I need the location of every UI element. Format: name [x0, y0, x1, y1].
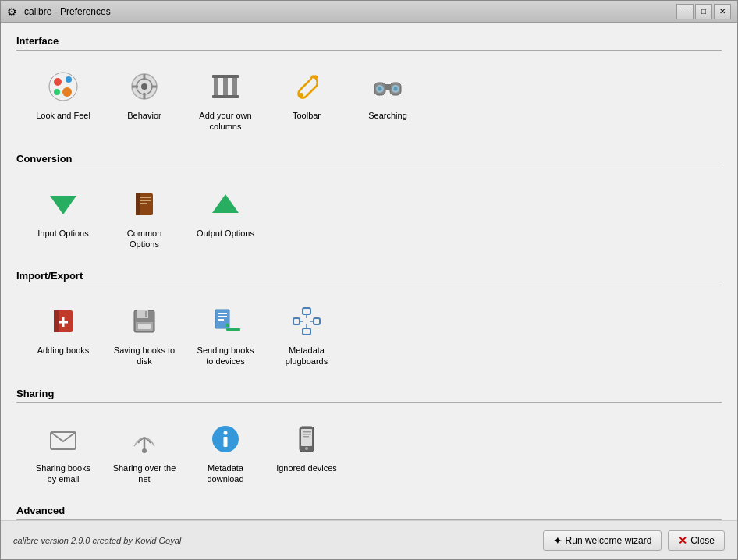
common-options-label: Common Options [112, 228, 177, 250]
svg-rect-40 [138, 324, 151, 329]
import-export-items: Adding books Saving books to disk [16, 295, 722, 374]
svg-marker-25 [50, 196, 76, 214]
svg-rect-29 [140, 200, 151, 201]
advanced-section-title: Advanced [16, 505, 722, 516]
sending-books-icon [207, 303, 244, 340]
svg-rect-11 [151, 86, 157, 88]
maximize-button[interactable]: □ [695, 4, 712, 19]
svg-rect-44 [218, 319, 224, 321]
look-feel-icon [44, 68, 82, 105]
svg-rect-20 [385, 84, 391, 90]
svg-rect-50 [314, 318, 320, 324]
pref-sharing-net[interactable]: Sharing over the net [105, 413, 183, 491]
sharing-net-label: Sharing over the net [112, 463, 177, 485]
adding-books-label: Adding books [37, 345, 90, 356]
svg-point-1 [54, 78, 62, 86]
svg-rect-60 [224, 437, 228, 447]
pref-ignored-devices[interactable]: Ignored devices [268, 413, 346, 491]
conversion-items: Input Options Common Options [16, 178, 722, 257]
svg-point-0 [49, 73, 77, 101]
conversion-section: Conversion Input Options [16, 153, 722, 257]
ignored-devices-label: Ignored devices [276, 463, 337, 473]
svg-point-2 [66, 76, 72, 83]
sharing-section-title: Sharing [16, 388, 722, 399]
close-button[interactable]: ✕ [714, 4, 731, 19]
svg-point-59 [224, 431, 228, 434]
run-wizard-button[interactable]: ✦ Run welcome wizard [543, 530, 662, 551]
app-icon: ⚙ [7, 5, 20, 18]
svg-rect-12 [214, 76, 218, 97]
common-options-icon [126, 186, 163, 223]
sharing-net-icon [126, 420, 163, 458]
toolbar-icon [288, 68, 325, 105]
svg-rect-65 [303, 434, 311, 435]
svg-rect-48 [303, 328, 310, 335]
interface-section: Interface Look and Feel [16, 35, 722, 139]
pref-metadata-download[interactable]: Metadata download [186, 413, 264, 491]
pref-adding-books[interactable]: Adding books [24, 295, 102, 374]
svg-marker-31 [212, 194, 239, 213]
pref-searching[interactable]: Searching [349, 60, 427, 139]
output-options-icon [207, 186, 244, 223]
sharing-email-icon [44, 420, 82, 458]
toolbar-label: Toolbar [293, 110, 321, 121]
svg-rect-47 [303, 308, 310, 314]
pref-metadata-plugboards[interactable]: Metadata plugboards [268, 295, 346, 374]
behavior-icon [126, 68, 163, 105]
svg-rect-64 [303, 431, 311, 433]
look-feel-label: Look and Feel [36, 110, 90, 121]
pref-sharing-email[interactable]: Sharing books by email [24, 413, 102, 491]
adding-books-icon [44, 303, 82, 340]
svg-rect-8 [144, 74, 146, 80]
close-button-footer[interactable]: ✕ Close [668, 530, 725, 551]
input-options-icon [44, 186, 82, 223]
output-options-label: Output Options [197, 228, 254, 239]
minimize-button[interactable]: — [676, 4, 694, 19]
svg-point-63 [305, 447, 308, 450]
svg-rect-27 [136, 193, 140, 215]
svg-rect-14 [232, 76, 237, 97]
svg-rect-28 [140, 197, 151, 198]
svg-rect-42 [218, 313, 227, 314]
svg-point-4 [54, 89, 60, 95]
metadata-plugboards-icon [288, 303, 325, 340]
searching-label: Searching [368, 110, 407, 121]
pref-add-columns[interactable]: Add your own columns [186, 60, 264, 139]
saving-books-icon [126, 303, 163, 340]
sharing-section: Sharing Sharing books by email [16, 388, 722, 491]
pref-look-and-feel[interactable]: Look and Feel [24, 60, 102, 139]
pref-input-options[interactable]: Input Options [24, 178, 102, 257]
pref-output-options[interactable]: Output Options [186, 178, 264, 257]
svg-rect-10 [132, 86, 138, 88]
metadata-plugboards-label: Metadata plugboards [274, 345, 339, 367]
star-icon: ✦ [553, 534, 562, 547]
pref-saving-books-to-disk[interactable]: Saving books to disk [105, 295, 183, 374]
sharing-items: Sharing books by email Sharing over the … [16, 413, 722, 491]
metadata-download-icon [207, 420, 244, 458]
pref-behavior[interactable]: Behavior [105, 60, 183, 139]
svg-point-17 [299, 93, 303, 97]
footer: calibre version 2.9.0 created by Kovid G… [1, 520, 737, 559]
metadata-download-label: Metadata download [193, 463, 258, 485]
advanced-section: Advanced Plugins [16, 505, 722, 520]
interface-divider [16, 50, 722, 51]
interface-section-title: Interface [16, 35, 722, 47]
pref-common-options[interactable]: Common Options [105, 178, 183, 257]
input-options-label: Input Options [37, 228, 88, 239]
svg-point-7 [141, 83, 147, 90]
import-export-section-title: Import/Export [16, 270, 722, 282]
saving-books-label: Saving books to disk [112, 345, 177, 367]
footer-buttons: ✦ Run welcome wizard ✕ Close [543, 530, 725, 551]
pref-sending-books[interactable]: Sending books to devices [186, 295, 264, 374]
svg-rect-66 [303, 436, 309, 438]
sending-books-label: Sending books to devices [193, 345, 258, 367]
pref-toolbar[interactable]: Toolbar [268, 60, 346, 139]
behavior-label: Behavior [127, 110, 161, 121]
add-columns-icon [207, 68, 244, 105]
add-columns-label: Add your own columns [193, 110, 258, 133]
status-text: calibre version 2.9.0 created by Kovid G… [13, 536, 543, 545]
svg-point-23 [378, 87, 382, 91]
svg-rect-9 [144, 93, 146, 99]
titlebar: ⚙ calibre - Preferences — □ ✕ [1, 1, 737, 23]
svg-rect-43 [218, 316, 227, 317]
